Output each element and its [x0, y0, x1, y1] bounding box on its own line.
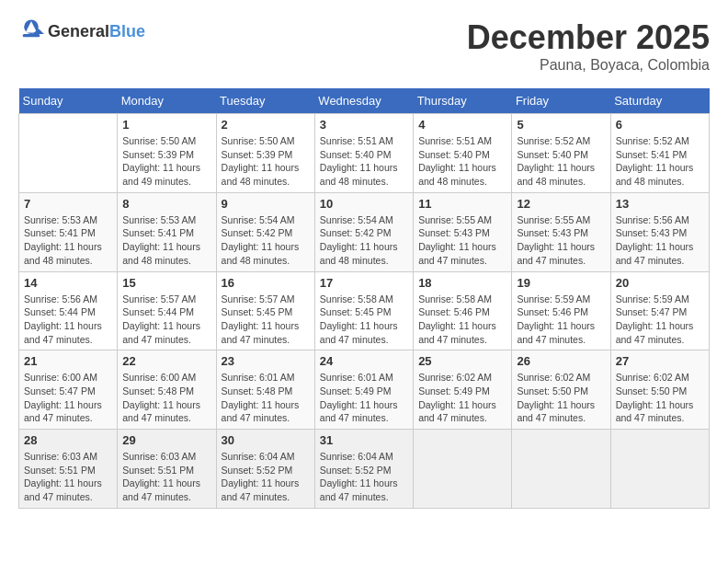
weekday-header: Thursday [414, 88, 512, 114]
sunrise-text: Sunrise: 6:01 AM [320, 371, 408, 385]
calendar-week-row: 7 Sunrise: 5:53 AM Sunset: 5:41 PM Dayli… [19, 192, 710, 271]
cell-info: Sunrise: 5:55 AM Sunset: 5:43 PM Dayligh… [517, 213, 605, 268]
sunrise-text: Sunrise: 5:53 AM [24, 213, 112, 227]
daylight-text: Daylight: 11 hours and 47 minutes. [418, 398, 506, 425]
sunrise-text: Sunrise: 5:53 AM [122, 213, 210, 227]
daylight-text: Daylight: 11 hours and 47 minutes. [616, 319, 704, 346]
sunrise-text: Sunrise: 5:58 AM [320, 293, 408, 306]
sunrise-text: Sunrise: 6:04 AM [222, 450, 310, 464]
daylight-text: Daylight: 11 hours and 47 minutes. [320, 398, 408, 425]
cell-info: Sunrise: 6:02 AM Sunset: 5:50 PM Dayligh… [517, 371, 605, 425]
daylight-text: Daylight: 11 hours and 47 minutes. [616, 240, 704, 267]
calendar-cell: 3 Sunrise: 5:51 AM Sunset: 5:40 PM Dayli… [314, 114, 413, 193]
calendar-cell: 17 Sunrise: 5:58 AM Sunset: 5:45 PM Dayl… [314, 271, 413, 350]
calendar-cell: 16 Sunrise: 5:57 AM Sunset: 5:45 PM Dayl… [216, 271, 314, 350]
weekday-header: Saturday [610, 88, 709, 114]
calendar-cell: 24 Sunrise: 6:01 AM Sunset: 5:49 PM Dayl… [314, 350, 413, 430]
sunset-text: Sunset: 5:47 PM [616, 305, 704, 319]
weekday-header: Friday [512, 88, 610, 114]
sunset-text: Sunset: 5:40 PM [320, 148, 408, 162]
calendar-cell: 7 Sunrise: 5:53 AM Sunset: 5:41 PM Dayli… [19, 192, 118, 271]
sunrise-text: Sunrise: 5:56 AM [24, 293, 112, 306]
day-number: 26 [517, 354, 605, 368]
day-number: 5 [517, 118, 605, 132]
sunrise-text: Sunrise: 5:52 AM [616, 134, 704, 148]
sunset-text: Sunset: 5:41 PM [616, 148, 704, 162]
sunset-text: Sunset: 5:51 PM [24, 464, 112, 477]
calendar-cell: 25 Sunrise: 6:02 AM Sunset: 5:49 PM Dayl… [414, 350, 512, 430]
calendar-cell [414, 430, 512, 509]
daylight-text: Daylight: 11 hours and 47 minutes. [517, 240, 605, 267]
sunset-text: Sunset: 5:42 PM [320, 226, 408, 240]
sunset-text: Sunset: 5:39 PM [222, 148, 310, 162]
sunrise-text: Sunrise: 5:59 AM [517, 293, 605, 306]
day-number: 27 [616, 354, 704, 368]
sunset-text: Sunset: 5:41 PM [122, 226, 210, 240]
daylight-text: Daylight: 11 hours and 48 minutes. [418, 161, 506, 188]
cell-info: Sunrise: 5:53 AM Sunset: 5:41 PM Dayligh… [122, 213, 210, 268]
cell-info: Sunrise: 5:58 AM Sunset: 5:45 PM Dayligh… [320, 293, 408, 347]
sunset-text: Sunset: 5:49 PM [418, 385, 506, 398]
day-number: 22 [122, 354, 210, 368]
calendar-cell: 15 Sunrise: 5:57 AM Sunset: 5:44 PM Dayl… [118, 271, 216, 350]
day-number: 19 [517, 276, 605, 290]
location-title: Pauna, Boyaca, Colombia [467, 57, 710, 74]
daylight-text: Daylight: 11 hours and 47 minutes. [24, 398, 112, 425]
sunset-text: Sunset: 5:40 PM [418, 148, 506, 162]
calendar-cell: 4 Sunrise: 5:51 AM Sunset: 5:40 PM Dayli… [414, 114, 512, 193]
sunset-text: Sunset: 5:39 PM [122, 148, 210, 162]
logo-blue: Blue [109, 22, 145, 40]
sunset-text: Sunset: 5:47 PM [24, 385, 112, 398]
sunrise-text: Sunrise: 6:03 AM [122, 450, 210, 464]
day-number: 16 [222, 276, 310, 290]
daylight-text: Daylight: 11 hours and 47 minutes. [418, 319, 506, 346]
sunset-text: Sunset: 5:45 PM [320, 305, 408, 319]
calendar-cell: 27 Sunrise: 6:02 AM Sunset: 5:50 PM Dayl… [610, 350, 709, 430]
sunset-text: Sunset: 5:44 PM [122, 305, 210, 319]
daylight-text: Daylight: 11 hours and 47 minutes. [320, 319, 408, 346]
day-number: 2 [222, 118, 310, 132]
cell-info: Sunrise: 6:00 AM Sunset: 5:47 PM Dayligh… [24, 371, 112, 425]
daylight-text: Daylight: 11 hours and 47 minutes. [122, 319, 210, 346]
cell-info: Sunrise: 6:04 AM Sunset: 5:52 PM Dayligh… [320, 450, 408, 504]
cell-info: Sunrise: 6:02 AM Sunset: 5:49 PM Dayligh… [418, 371, 506, 425]
calendar-cell: 22 Sunrise: 6:00 AM Sunset: 5:48 PM Dayl… [118, 350, 216, 430]
day-number: 6 [616, 118, 704, 132]
sunrise-text: Sunrise: 5:52 AM [517, 134, 605, 148]
cell-info: Sunrise: 5:59 AM Sunset: 5:47 PM Dayligh… [616, 293, 704, 347]
sunrise-text: Sunrise: 6:01 AM [222, 371, 310, 385]
daylight-text: Daylight: 11 hours and 48 minutes. [222, 240, 310, 267]
sunset-text: Sunset: 5:43 PM [616, 226, 704, 240]
calendar-week-row: 14 Sunrise: 5:56 AM Sunset: 5:44 PM Dayl… [19, 271, 710, 350]
sunrise-text: Sunrise: 5:51 AM [320, 134, 408, 148]
daylight-text: Daylight: 11 hours and 49 minutes. [122, 161, 210, 188]
calendar-cell: 23 Sunrise: 6:01 AM Sunset: 5:48 PM Dayl… [216, 350, 314, 430]
cell-info: Sunrise: 5:54 AM Sunset: 5:42 PM Dayligh… [222, 213, 310, 268]
sunset-text: Sunset: 5:50 PM [517, 385, 605, 398]
logo-icon [18, 18, 44, 44]
day-number: 9 [222, 197, 310, 211]
cell-info: Sunrise: 6:01 AM Sunset: 5:49 PM Dayligh… [320, 371, 408, 425]
calendar-week-row: 21 Sunrise: 6:00 AM Sunset: 5:47 PM Dayl… [19, 350, 710, 430]
logo: GeneralBlue [18, 18, 145, 44]
day-number: 18 [418, 276, 506, 290]
calendar-cell: 19 Sunrise: 5:59 AM Sunset: 5:46 PM Dayl… [512, 271, 610, 350]
cell-info: Sunrise: 6:03 AM Sunset: 5:51 PM Dayligh… [24, 450, 112, 504]
sunset-text: Sunset: 5:40 PM [517, 148, 605, 162]
cell-info: Sunrise: 6:04 AM Sunset: 5:52 PM Dayligh… [222, 450, 310, 504]
day-number: 15 [122, 276, 210, 290]
sunrise-text: Sunrise: 6:02 AM [616, 371, 704, 385]
daylight-text: Daylight: 11 hours and 47 minutes. [122, 398, 210, 425]
sunrise-text: Sunrise: 5:50 AM [122, 134, 210, 148]
daylight-text: Daylight: 11 hours and 48 minutes. [320, 240, 408, 267]
calendar-cell: 14 Sunrise: 5:56 AM Sunset: 5:44 PM Dayl… [19, 271, 118, 350]
calendar-cell: 21 Sunrise: 6:00 AM Sunset: 5:47 PM Dayl… [19, 350, 118, 430]
calendar-cell: 2 Sunrise: 5:50 AM Sunset: 5:39 PM Dayli… [216, 114, 314, 193]
sunset-text: Sunset: 5:48 PM [122, 385, 210, 398]
calendar-cell: 20 Sunrise: 5:59 AM Sunset: 5:47 PM Dayl… [610, 271, 709, 350]
day-number: 1 [122, 118, 210, 132]
daylight-text: Daylight: 11 hours and 48 minutes. [517, 161, 605, 188]
day-number: 3 [320, 118, 408, 132]
sunset-text: Sunset: 5:43 PM [418, 226, 506, 240]
calendar-table: SundayMondayTuesdayWednesdayThursdayFrid… [18, 88, 710, 509]
